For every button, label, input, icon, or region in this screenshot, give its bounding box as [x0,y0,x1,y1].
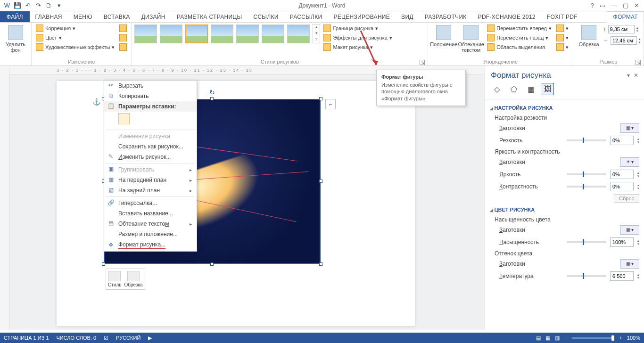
style-thumb[interactable] [211,24,233,43]
change-picture-button[interactable] [118,33,128,42]
brightness-input[interactable] [610,170,634,179]
tab-menu[interactable]: Меню [68,11,98,22]
resize-handle[interactable] [102,262,105,266]
style-thumb[interactable] [287,24,310,43]
macro-icon[interactable]: ▶ [148,335,152,341]
temperature-input[interactable] [610,271,634,281]
tab-developer[interactable]: РАЗРАБОТЧИК [419,11,472,22]
fill-line-icon[interactable]: ◇ [491,83,503,95]
spellcheck-icon[interactable]: ☑ [104,335,108,341]
resize-handle[interactable] [319,262,322,266]
selection-pane-button[interactable]: Область выделения [486,43,553,51]
resize-handle[interactable] [319,97,322,100]
ctx-bring-front[interactable]: ▦На передний план▸ [104,175,197,185]
ctx-hyperlink[interactable]: 🔗Гиперссылка... [104,198,197,208]
ctx-edit-picture[interactable]: ✎Изменить рисунок... [104,152,197,162]
mini-crop-button[interactable]: Обрезка [124,271,142,287]
tab-home[interactable]: ГЛАВНАЯ [30,11,68,22]
spinner-icon[interactable]: ▴▾ [637,137,639,144]
tab-view[interactable]: ВИД [396,11,419,22]
align-button[interactable]: ▾ [555,24,570,33]
ribbon-display-icon[interactable]: ▭ [600,2,605,9]
sat-presets-button[interactable]: ▦ ▾ [620,225,639,235]
paste-option-icon[interactable] [118,113,130,124]
color-button[interactable]: Цвет ▾ [34,33,116,42]
ctx-insert-caption[interactable]: Вставить название... [104,208,197,219]
tab-file[interactable]: ФАЙЛ [0,11,30,22]
saturation-input[interactable] [610,237,634,247]
styles-launcher-icon[interactable]: ↘ [420,60,425,65]
view-web-icon[interactable]: ▥ [555,335,560,341]
compress-button[interactable] [118,24,128,33]
pane-dropdown-icon[interactable]: ▾ [627,72,630,79]
sharpen-presets-button[interactable]: ▦ ▾ [620,123,639,133]
reset-button[interactable]: Сброс [614,194,639,203]
qat-customize-icon[interactable]: ▾ [55,1,63,10]
contrast-slider[interactable] [567,186,606,188]
artistic-effects-button[interactable]: Художественные эффекты ▾ [34,43,116,51]
bring-forward-button[interactable]: Переместить вперед ▾ [486,24,553,33]
group-button[interactable]: ▾ [555,33,570,42]
tab-foxit[interactable]: Foxit PDF [541,11,583,22]
pane-body[interactable]: НАСТРОЙКА РИСУНКА Настройка резкости Заг… [485,99,644,330]
picture-border-button[interactable]: Граница рисунка ▾ [322,24,393,33]
size-launcher-icon[interactable]: ↘ [636,60,641,65]
selected-picture[interactable]: ⚓ ↻ ⌐ ✂Вырезать [104,99,321,264]
style-thumb[interactable] [134,24,157,43]
view-print-icon[interactable]: ▤ [536,335,541,341]
resize-handle[interactable] [210,262,214,266]
style-thumb[interactable] [185,24,208,43]
send-backward-button[interactable]: Переместить назад ▾ [486,33,553,42]
picture-styles-gallery[interactable]: ▴▾▿ [134,24,320,43]
tab-format[interactable]: ФОРМАТ [607,11,644,23]
tab-design[interactable]: ДИЗАЙН [136,11,171,22]
tab-pdfxchange[interactable]: PDF-XChange 2012 [472,11,541,22]
zoom-in-icon[interactable]: + [619,335,622,341]
height-spinner[interactable]: ↕▴▾ [603,25,641,33]
section-picture-corrections[interactable]: НАСТРОЙКА РИСУНКА [490,102,639,113]
ctx-send-back[interactable]: ▧На задний план▸ [104,185,197,196]
word-count[interactable]: ЧИСЛО СЛОВ: 0 [57,335,97,341]
ctx-size-position[interactable]: Размер и положение... [104,229,197,239]
minimize-icon[interactable]: — [611,2,617,9]
ctx-save-as-picture[interactable]: Сохранить как рисунок... [104,141,197,152]
layout-tab-icon[interactable]: ▦ [525,83,537,95]
brightness-slider[interactable] [567,173,606,175]
style-thumb[interactable] [236,24,259,43]
sharpness-input[interactable] [610,136,634,145]
resize-handle[interactable] [210,97,214,100]
ctx-wrap-text[interactable]: ▤Обтекание текстом▸ [104,219,197,229]
pane-close-icon[interactable]: ✕ [634,72,638,79]
style-thumb[interactable] [160,24,182,43]
ctx-format-picture[interactable]: ❖Формат рисунка... [104,239,197,251]
temperature-slider[interactable] [567,275,606,277]
picture-layout-button[interactable]: Макет рисунка ▾ [322,43,393,51]
picture-tab-icon[interactable]: 🖼 [542,83,554,95]
tone-presets-button[interactable]: ▦ ▾ [620,259,639,269]
section-picture-color[interactable]: ЦВЕТ РИСУНКА [490,204,639,214]
zoom-slider[interactable] [572,337,614,339]
language-indicator[interactable]: РУССКИЙ [116,335,140,341]
contrast-input[interactable] [610,182,634,191]
position-button[interactable]: Положение [431,24,456,48]
layout-options-icon[interactable]: ⌐ [325,99,336,109]
resize-handle[interactable] [319,180,322,183]
zoom-value[interactable]: 100% [627,335,640,341]
new-doc-icon[interactable]: 🗋 [44,1,53,10]
rotate-button[interactable]: ▾ [555,43,570,51]
corrections-button[interactable]: Коррекция ▾ [34,24,116,33]
crop-button[interactable]: Обрезка [576,24,602,48]
page-indicator[interactable]: СТРАНИЦА 1 ИЗ 1 [4,335,49,341]
saturation-slider[interactable] [567,241,606,243]
save-icon[interactable]: 💾 [13,1,22,10]
rotate-handle-icon[interactable]: ↻ [209,89,215,96]
sharpness-slider[interactable] [567,139,606,141]
style-thumb[interactable] [262,24,284,43]
undo-icon[interactable]: ↶ [24,1,32,10]
wrap-text-button[interactable]: Обтекание текстом [458,24,484,54]
page[interactable]: ⚓ ↻ ⌐ ✂Вырезать [57,81,415,326]
picture-effects-button[interactable]: Эффекты для рисунка ▾ [322,33,393,42]
reset-picture-button[interactable] [118,43,128,51]
zoom-out-icon[interactable]: − [564,335,567,341]
tab-references[interactable]: ССЫЛКИ [248,11,284,22]
